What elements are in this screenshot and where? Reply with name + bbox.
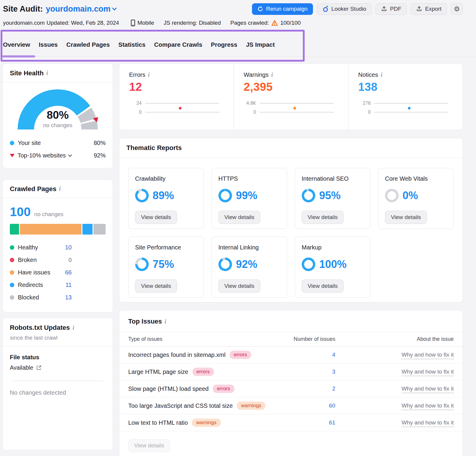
legend-row-redirects: Redirects 11 xyxy=(10,279,72,291)
view-details-button[interactable]: View details xyxy=(135,279,177,293)
issue-count-link[interactable]: 61 xyxy=(291,419,335,426)
notices-value[interactable]: 138 xyxy=(358,81,448,93)
view-details-button[interactable]: View details xyxy=(385,211,427,224)
info-icon[interactable]: i xyxy=(271,71,273,78)
issue-count-link[interactable]: 2 xyxy=(291,385,335,392)
info-icon[interactable]: i xyxy=(381,71,383,78)
crawled-note: no changes xyxy=(34,211,63,218)
table-row: Incorrect pages found in sitemap.xmlerro… xyxy=(119,346,463,363)
tab-crawled-pages[interactable]: Crawled Pages xyxy=(66,41,110,56)
errors-label: Errors xyxy=(129,71,145,78)
domain-selector[interactable]: yourdomain.com xyxy=(46,4,116,14)
tab-bar: Overview Issues Crawled Pages Statistics… xyxy=(3,41,275,56)
legend-row-have-issues: Have issues 66 xyxy=(10,266,72,279)
errors-badge: errors xyxy=(192,368,214,376)
view-details-button[interactable]: View details xyxy=(135,211,177,224)
issues-summary-card: Errors i 12 24 0 Warnings i 2,395 4.8K 0… xyxy=(119,63,463,130)
looker-studio-button[interactable]: Looker Studio xyxy=(317,3,372,15)
settings-button[interactable]: ⚙ xyxy=(451,3,463,15)
tab-overview[interactable]: Overview xyxy=(3,41,30,56)
view-details-button[interactable]: View details xyxy=(128,439,170,452)
site-health-header: Site Health i xyxy=(3,64,113,83)
meta-device: Mobile xyxy=(131,20,154,26)
progress-ring xyxy=(302,189,315,202)
bar-segment-have-issues xyxy=(20,224,82,235)
progress-ring xyxy=(302,257,315,271)
site-health-note: no changes xyxy=(18,122,98,129)
legend-row-blocked: Blocked 13 xyxy=(10,291,72,304)
why-how-link: Why and how to fix it xyxy=(335,352,454,358)
robots-title: Robots.txt Updates xyxy=(10,324,70,332)
bar-segment-blocked xyxy=(93,224,106,235)
blue-dot-icon xyxy=(10,141,14,145)
tabbar-bottom-border xyxy=(0,57,476,57)
errors-value[interactable]: 12 xyxy=(129,81,219,93)
robots-txt-card: Robots.txt Updates i since the last craw… xyxy=(2,318,113,450)
green-dot-icon xyxy=(10,245,14,250)
table-row: Low text to HTML ratiowarnings 61 Why an… xyxy=(119,414,463,431)
tab-statistics[interactable]: Statistics xyxy=(118,41,145,56)
upload-icon xyxy=(381,6,387,12)
why-how-link: Why and how to fix it xyxy=(335,385,454,392)
notices-section: Notices i 138 276 0 xyxy=(348,64,463,130)
issue-count-link[interactable]: 4 xyxy=(291,352,335,358)
file-status-value: Available xyxy=(10,364,106,371)
top-issues-column-headers: Type of issues Number of issues About th… xyxy=(119,332,463,346)
external-link-icon[interactable] xyxy=(36,365,42,371)
meta-domain: yourdomain.com xyxy=(3,20,45,26)
crawled-legend: Healthy 10 Broken 0 Have issues 66 Redir… xyxy=(3,235,113,304)
pdf-button[interactable]: PDF xyxy=(375,3,407,15)
tab-progress[interactable]: Progress xyxy=(211,41,237,56)
info-icon[interactable]: i xyxy=(59,185,61,192)
notices-trend-chart: 276 0 xyxy=(358,101,448,115)
rerun-campaign-button[interactable]: Rerun campaign xyxy=(252,3,313,15)
errors-section: Errors i 12 24 0 xyxy=(119,64,234,130)
warnings-badge: warnings xyxy=(237,402,265,410)
view-details-button[interactable]: View details xyxy=(218,279,260,293)
meta-pages-crawled: Pages crawled: 100/100 xyxy=(230,20,301,26)
domain-name[interactable]: yourdomain.com xyxy=(46,4,111,14)
warnings-value[interactable]: 2,395 xyxy=(244,81,334,93)
robots-body: File status Available No changes detecte… xyxy=(3,346,113,396)
crawled-total: 100 xyxy=(10,205,31,219)
tab-js-impact[interactable]: JS Impact xyxy=(246,41,275,56)
view-details-button[interactable]: View details xyxy=(302,211,344,224)
tab-compare-crawls[interactable]: Compare Crawls xyxy=(154,41,202,56)
warnings-badge: warnings xyxy=(192,418,220,427)
mobile-phone-icon xyxy=(131,20,135,26)
robots-subtitle: since the last crawl xyxy=(10,335,106,341)
issue-count-link[interactable]: 3 xyxy=(291,368,335,375)
info-icon[interactable]: i xyxy=(165,318,166,325)
campaign-meta-row: yourdomain.com Updated: Wed, Feb 28, 202… xyxy=(3,18,470,27)
page-title: Site Audit: xyxy=(3,4,43,14)
crawled-pages-header: Crawled Pages i xyxy=(3,180,113,198)
thematic-header: Thematic Reports xyxy=(119,138,463,158)
view-details-button[interactable]: View details xyxy=(302,279,344,293)
issue-count-link[interactable]: 60 xyxy=(291,402,335,409)
top-issues-title: Top Issues xyxy=(128,318,162,325)
progress-ring xyxy=(135,257,149,271)
tab-issues[interactable]: Issues xyxy=(39,41,58,56)
info-icon[interactable]: i xyxy=(73,324,74,331)
progress-ring xyxy=(218,257,232,271)
report-markup: Markup 100% View details xyxy=(295,237,370,298)
top-issues-header: Top Issues i xyxy=(119,310,463,325)
bar-segment-redirects xyxy=(82,224,93,235)
report-core-web-vitals: Core Web Vitals 0% View details xyxy=(378,168,454,229)
view-details-button[interactable]: View details xyxy=(218,211,260,224)
looker-studio-icon xyxy=(322,5,329,13)
errors-trend-chart: 24 0 xyxy=(129,101,219,115)
info-icon[interactable]: i xyxy=(148,71,150,78)
refresh-icon xyxy=(257,6,263,12)
why-how-link: Why and how to fix it xyxy=(335,402,454,409)
red-triangle-down-icon xyxy=(10,154,15,157)
info-icon[interactable]: i xyxy=(46,70,48,76)
why-how-link: Why and how to fix it xyxy=(335,419,454,426)
trend-data-point xyxy=(293,107,296,110)
errors-badge: errors xyxy=(230,351,251,359)
export-button[interactable]: Export xyxy=(411,3,447,15)
report-international-seo: International SEO 95% View details xyxy=(295,168,370,229)
top-bar: Site Audit: yourdomain.com Rerun campaig… xyxy=(3,2,463,15)
blue-dot-icon xyxy=(10,283,14,287)
table-row: Slow page (HTML) load speederrors 2 Why … xyxy=(119,380,463,397)
